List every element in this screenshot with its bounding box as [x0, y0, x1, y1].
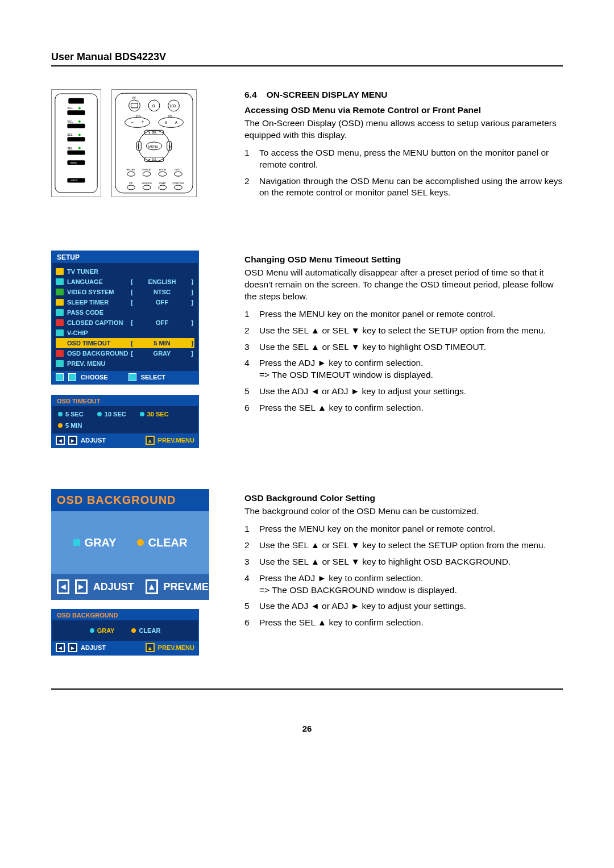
svg-rect-7	[67, 124, 85, 128]
svg-text:SWAP: SWAP	[159, 182, 166, 185]
svg-text:▼ SEL.: ▼ SEL.	[148, 158, 157, 161]
svg-text:SEL.: SEL.	[67, 133, 73, 136]
svg-text:∨: ∨	[164, 120, 168, 125]
svg-text:POSITION: POSITION	[173, 182, 184, 185]
subsection-title: Accessing OSD Menu via Remote Control or…	[244, 105, 563, 116]
svg-rect-21	[131, 103, 138, 108]
svg-text:RECALL: RECALL	[127, 168, 136, 171]
step-list: 1To access the OSD menu, press the MENU …	[244, 147, 563, 199]
svg-rect-0	[55, 94, 97, 193]
svg-text:ADJ: ADJ	[168, 145, 171, 149]
svg-point-52	[175, 172, 182, 176]
svg-text:INPUT: INPUT	[71, 179, 78, 182]
svg-text:DISPLAY: DISPLAY	[142, 168, 152, 171]
osd-background-panel-small: OSD BACKGROUND GRAY CLEAR ◄► ADJUST ▲ PR…	[51, 609, 199, 656]
svg-text:CH.: CH.	[168, 115, 173, 118]
svg-point-57	[127, 185, 135, 190]
svg-point-58	[143, 185, 151, 190]
svg-text:VOL.: VOL.	[67, 120, 73, 123]
svg-text:AV: AV	[132, 97, 136, 99]
svg-text:PIP: PIP	[129, 182, 133, 185]
svg-text:∧: ∧	[175, 120, 179, 125]
svg-point-50	[143, 172, 151, 176]
svg-text:VOL.: VOL.	[67, 107, 73, 110]
body-text: The On-Screen Display (OSD) menu allows …	[244, 118, 563, 141]
subsection-title: OSD Background Color Setting	[244, 493, 563, 504]
svg-point-28	[125, 118, 150, 128]
body-text: OSD Menu will automatically disappear af…	[244, 267, 563, 303]
svg-point-9	[78, 133, 81, 136]
svg-point-3	[78, 107, 81, 109]
osd-background-panel-large: OSD BACKGROUND GRAY CLEAR ◄► ADJUST ▲ PR…	[51, 489, 209, 600]
svg-rect-13	[67, 151, 85, 155]
osd-title: SETUP	[52, 252, 198, 263]
svg-text:VOL.: VOL.	[135, 115, 142, 118]
svg-text:ADJ: ADJ	[137, 144, 140, 148]
svg-text:AV/CH: AV/CH	[159, 168, 166, 171]
page-number: 26	[51, 724, 563, 733]
step-list: 1Press the MENU key on the monitor panel…	[244, 308, 563, 414]
svg-rect-10	[67, 137, 85, 141]
svg-point-20	[129, 100, 140, 111]
subsection-title: Changing OSD Menu Timeout Setting	[244, 254, 563, 266]
svg-text:100: 100	[169, 104, 176, 108]
monitor-panel-diagram: VOL. VOL. SEL. SEL. MENU INPUT	[51, 89, 101, 197]
remote-control-diagram: AV 0 100 VOL.CH. −+ ∨∧ MENU ▲ SEL. ▼ SEL…	[111, 89, 197, 197]
svg-rect-4	[67, 110, 85, 115]
svg-point-31	[159, 118, 183, 128]
svg-text:0: 0	[152, 103, 155, 108]
svg-text:−: −	[131, 119, 134, 125]
osd-footer: CHOOSE SELECT	[52, 371, 198, 383]
svg-point-60	[175, 185, 182, 190]
svg-text:MENU: MENU	[148, 145, 158, 148]
svg-text:+: +	[141, 119, 144, 125]
osd-timeout-panel: OSD TIMEOUT 5 SEC10 SEC30 SEC5 MIN ◄► AD…	[51, 395, 199, 448]
svg-point-49	[127, 172, 135, 176]
body-text: The background color of the OSD Menu can…	[244, 506, 563, 518]
page-header: User Manual BDS4223V	[51, 51, 563, 66]
svg-rect-1	[68, 98, 84, 104]
svg-text:▲ SEL.: ▲ SEL.	[148, 131, 157, 134]
svg-point-6	[78, 120, 81, 123]
svg-point-51	[159, 172, 167, 176]
svg-text:MENU: MENU	[70, 161, 77, 164]
step-list: 1Press the MENU key on the monitor panel…	[244, 523, 563, 629]
section-heading: 6.4 ON-SCREEN DISPLAY MENU	[244, 89, 563, 101]
osd-setup-menu: SETUP TV TUNERLANGUAGE[ENGLISH]VIDEO SYS…	[51, 251, 199, 385]
svg-point-12	[78, 147, 81, 149]
svg-text:SEL.: SEL.	[67, 147, 73, 150]
svg-point-59	[159, 185, 167, 190]
svg-text:SOURCE: SOURCE	[142, 182, 152, 185]
svg-text:INPUT: INPUT	[175, 168, 182, 171]
